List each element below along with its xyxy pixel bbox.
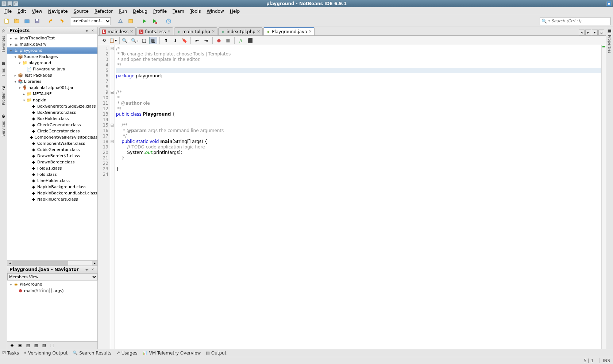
nav-filter-button-1[interactable]: ◆ bbox=[9, 342, 15, 348]
properties-rail-tab[interactable]: Properties bbox=[607, 34, 612, 55]
tree-node[interactable]: ◆NapkinBackgroundLabel.class bbox=[7, 190, 97, 196]
menu-team[interactable]: Team bbox=[170, 8, 187, 15]
menu-debug[interactable]: Debug bbox=[130, 8, 150, 15]
forward-button[interactable]: ⬚ bbox=[140, 37, 148, 44]
tab-index-tpl-php[interactable]: ◆index.tpl.php✕ bbox=[218, 27, 263, 35]
tab-close-button[interactable]: ✕ bbox=[309, 29, 312, 34]
panel-minimize-button[interactable]: ◂▸ bbox=[84, 28, 89, 33]
tree-node[interactable]: ◆BoxGenerator$SideSize.class bbox=[7, 103, 97, 109]
tree-node[interactable]: ◆NapkinBackground.class bbox=[7, 184, 97, 190]
bottom-tab-tasks[interactable]: ☑Tasks bbox=[2, 351, 19, 356]
tab-close-button[interactable]: ✕ bbox=[167, 29, 170, 34]
tab-maximize-button[interactable]: ▫ bbox=[598, 30, 604, 35]
search-input[interactable] bbox=[551, 19, 609, 23]
tree-node[interactable]: ◆CubicGenerator.class bbox=[7, 147, 97, 153]
tree-node[interactable]: ▾🏺napkinlaf-alpha001.jar bbox=[7, 85, 97, 91]
start-macro-button[interactable]: ● bbox=[215, 37, 223, 44]
open-project-button[interactable] bbox=[23, 17, 31, 26]
menu-help[interactable]: Help bbox=[227, 8, 243, 15]
favorites-rail-tab[interactable]: Favorites bbox=[1, 34, 6, 54]
services-rail-icon[interactable]: ⚙ bbox=[1, 114, 5, 119]
tree-node[interactable]: ▾📁napkin bbox=[7, 97, 97, 103]
navigator-view-select[interactable]: Members View bbox=[7, 273, 97, 280]
shift-right-button[interactable]: ⇥ bbox=[202, 37, 210, 44]
tab-fonts-less[interactable]: Lfonts.less✕ bbox=[136, 27, 173, 35]
new-file-button[interactable] bbox=[2, 17, 11, 26]
menu-edit[interactable]: Edit bbox=[15, 8, 29, 15]
uncomment-button[interactable]: ⬛ bbox=[246, 37, 254, 44]
menu-file[interactable]: File bbox=[1, 8, 15, 15]
tree-node[interactable]: ◆NapkinBorders.class bbox=[7, 196, 97, 202]
source-button[interactable]: ⟲ bbox=[100, 37, 108, 44]
tab-close-button[interactable]: ✕ bbox=[130, 29, 133, 34]
nav-minimize-button[interactable]: ◂▸ bbox=[84, 267, 89, 272]
build-button[interactable] bbox=[116, 17, 125, 26]
toggle-bookmark-button[interactable]: 🔖 bbox=[180, 37, 188, 44]
profiler-rail-icon[interactable]: ◔ bbox=[1, 85, 5, 90]
favorites-rail-icon[interactable]: ☆ bbox=[1, 28, 5, 34]
projects-tree[interactable]: ▸☕JavaTheadingTest▸☕musik.devsrv▾☕playgr… bbox=[7, 34, 97, 260]
properties-rail-icon[interactable]: ▤ bbox=[608, 28, 612, 34]
minimize-window-button[interactable]: ▁ bbox=[7, 1, 12, 6]
navigator-tree[interactable]: ▾◉Playground●main(String[] args) bbox=[7, 280, 97, 341]
menu-source[interactable]: Source bbox=[71, 8, 92, 15]
clean-build-button[interactable] bbox=[126, 17, 135, 26]
tab-close-button[interactable]: ✕ bbox=[257, 29, 260, 34]
tree-node[interactable]: ▾📁playground bbox=[7, 60, 97, 66]
comment-button[interactable]: // bbox=[237, 37, 245, 44]
tree-node[interactable]: ▸☕musik.devsrv bbox=[7, 41, 97, 47]
menu-tools[interactable]: Tools bbox=[187, 8, 204, 15]
close-window-button[interactable]: ✕ bbox=[1, 1, 7, 6]
nav-close-button[interactable]: ✕ bbox=[90, 267, 95, 272]
services-rail-tab[interactable]: Services bbox=[1, 120, 6, 138]
debug-button[interactable] bbox=[150, 17, 159, 26]
redo-button[interactable] bbox=[57, 17, 66, 26]
tree-node[interactable]: ▾📚Libraries bbox=[7, 78, 97, 85]
bottom-tab-vm-telemetry-overview[interactable]: 📊VM Telemetry Overview bbox=[142, 351, 201, 356]
tree-node[interactable]: ▸📦Test Packages bbox=[7, 72, 97, 78]
next-bookmark-button[interactable]: ⬇ bbox=[171, 37, 179, 44]
tree-node[interactable]: ▸📁META-INF bbox=[7, 91, 97, 97]
tree-node[interactable]: ◆Fold.class bbox=[7, 171, 97, 178]
tab-scroll-right-button[interactable]: ▸ bbox=[585, 30, 591, 35]
prev-bookmark-button[interactable]: ⬆ bbox=[162, 37, 170, 44]
new-project-button[interactable] bbox=[12, 17, 21, 26]
profile-button[interactable] bbox=[164, 17, 173, 26]
bottom-tab-usages[interactable]: ↗Usages bbox=[117, 351, 138, 356]
files-rail-icon[interactable]: 🗎 bbox=[1, 61, 6, 66]
highlight-button[interactable]: ▦ bbox=[149, 37, 157, 44]
menu-view[interactable]: View bbox=[29, 8, 45, 15]
search-box[interactable]: 🔍 ▾ bbox=[540, 17, 611, 25]
code-text[interactable]: /* * To change this template, choose Too… bbox=[115, 45, 601, 349]
nav-filter-button-4[interactable]: ▦ bbox=[33, 342, 39, 348]
tree-node[interactable]: ◆ComponentWalker.class bbox=[7, 140, 97, 147]
bottom-tab-search-results[interactable]: 🔍Search Results bbox=[73, 351, 111, 356]
tab-list-button[interactable]: ▾ bbox=[592, 30, 598, 35]
tree-node[interactable]: ◆DrawnBorder.class bbox=[7, 159, 97, 165]
code-editor[interactable]: 123456789101112131415161718192021222324 … bbox=[98, 45, 606, 349]
files-rail-tab[interactable]: Files bbox=[1, 67, 6, 78]
nav-filter-button-2[interactable]: ▣ bbox=[17, 342, 23, 348]
menu-window[interactable]: Window bbox=[204, 8, 227, 15]
search-dropdown-icon[interactable]: ▾ bbox=[548, 19, 550, 23]
menu-refactor[interactable]: Refactor bbox=[92, 8, 116, 15]
tab-close-button[interactable]: ✕ bbox=[212, 29, 215, 34]
run-button[interactable] bbox=[140, 17, 149, 26]
tree-node[interactable]: ◆BoxHolder.class bbox=[7, 116, 97, 122]
tree-node[interactable]: ▸☕JavaTheadingTest bbox=[7, 35, 97, 41]
profiler-rail-tab[interactable]: Profiler bbox=[1, 91, 6, 107]
shift-left-button[interactable]: ⇤ bbox=[193, 37, 201, 44]
tree-node[interactable]: 📄Playground.java bbox=[7, 66, 97, 72]
tab-main-less[interactable]: Lmain.less✕ bbox=[99, 27, 136, 35]
error-stripe[interactable] bbox=[601, 45, 606, 349]
tree-node[interactable]: ◆Fold$1.class bbox=[7, 165, 97, 171]
last-edit-button[interactable]: 🔍₋ bbox=[122, 37, 130, 44]
nav-filter-button-6[interactable]: ⬚ bbox=[49, 342, 55, 348]
tree-node[interactable]: ◆DrawnBorder$1.class bbox=[7, 153, 97, 159]
undo-button[interactable] bbox=[47, 17, 55, 26]
tab-scroll-left-button[interactable]: ◂ bbox=[579, 30, 585, 35]
tree-node[interactable]: ◆ComponentWalker$Visitor.class bbox=[7, 134, 97, 140]
menu-profile[interactable]: Profile bbox=[150, 8, 170, 15]
save-all-button[interactable] bbox=[33, 17, 42, 26]
tree-node[interactable]: ▾📦Source Packages bbox=[7, 54, 97, 60]
